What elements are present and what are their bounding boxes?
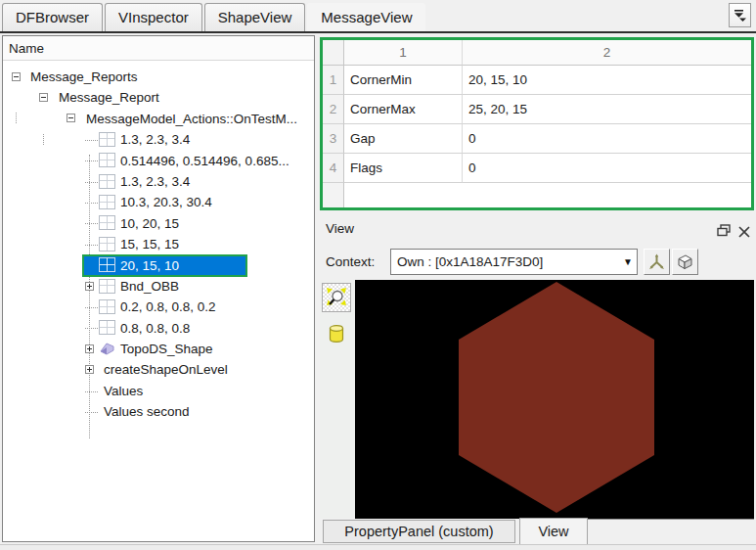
fit-all-button[interactable] — [322, 283, 351, 312]
tree-header-name[interactable]: Name — [3, 36, 314, 61]
message-tree-panel: Name Message_Reports Message_Report Mess… — [2, 35, 315, 542]
table-icon — [99, 174, 115, 189]
table-empty-gutter — [323, 183, 344, 207]
cylinder-icon — [328, 324, 345, 344]
tree-item-values-row[interactable]: 0.514496, 0.514496, 0.685... — [3, 151, 314, 171]
tree-item-bnd-obb[interactable]: Bnd_OBB — [3, 276, 314, 297]
row-header[interactable]: 4 — [323, 154, 344, 183]
tab-view[interactable]: View — [519, 518, 588, 545]
table-cell-value[interactable]: 25, 20, 15 — [463, 95, 751, 124]
shape-icon — [99, 342, 115, 362]
table-cell-name[interactable]: CornerMin — [344, 66, 463, 95]
main-tab-bar: DFBrowser VInspector ShapeView MessageVi… — [0, 0, 756, 33]
table-empty-area — [344, 183, 751, 207]
column-header-2[interactable]: 2 — [463, 40, 751, 66]
tab-propertypanel-custom[interactable]: PropertyPanel (custom) — [323, 520, 515, 543]
table-icon — [99, 237, 115, 252]
tree-item-messagemodel-actions[interactable]: MessageModel_Actions::OnTestM... — [3, 109, 314, 129]
context-combobox-value: Own : [0x1A18A17F3D0] — [397, 254, 543, 269]
tab-shapeview[interactable]: ShapeView — [204, 3, 306, 31]
tree-item-message-reports[interactable]: Message_Reports — [3, 67, 314, 87]
tree-item-selected[interactable]: 20, 15, 10 — [3, 255, 314, 276]
tree-item-message-report[interactable]: Message_Report — [3, 87, 314, 108]
tree-item-values-second[interactable]: Values second — [3, 401, 314, 422]
tree-item-values-row[interactable]: 0.2, 0.8, 0.8, 0.2 — [3, 297, 314, 317]
context-label: Context: — [326, 249, 375, 275]
tab-dfbrowser[interactable]: DFBrowser — [2, 3, 103, 31]
viewport-toolbar — [320, 280, 355, 519]
tab-vinspector[interactable]: VInspector — [105, 3, 202, 31]
box-shape-hexagon[interactable] — [459, 282, 654, 513]
chevron-down-icon[interactable]: ▼ — [623, 250, 633, 274]
collapse-expander-icon[interactable] — [12, 72, 21, 81]
tree-item-values-row[interactable]: 15, 15, 15 — [3, 234, 314, 254]
property-table: 1 2 1 CornerMin 20, 15, 10 2 CornerMax 2… — [320, 37, 754, 210]
viewport-scene — [355, 280, 754, 519]
trihedron-display-button[interactable] — [644, 249, 670, 275]
expand-expander-icon[interactable] — [85, 365, 94, 374]
status-bar — [0, 544, 756, 550]
tree-item-values-row[interactable]: 1.3, 2.3, 3.4 — [3, 171, 314, 192]
tree-item-values-row[interactable]: 0.8, 0.8, 0.8 — [3, 318, 314, 339]
table-icon — [99, 153, 115, 167]
table-icon — [99, 132, 115, 147]
fit-all-icon — [326, 287, 347, 308]
double-down-arrow-icon — [730, 4, 750, 26]
table-icon — [99, 215, 115, 230]
tree-item-values[interactable]: Values — [3, 381, 314, 401]
occt-3d-viewport[interactable] — [355, 280, 754, 519]
column-header-1[interactable]: 1 — [344, 40, 463, 66]
tree-item-topods-shape[interactable]: TopoDS_Shape — [3, 339, 314, 359]
float-panel-button[interactable] — [717, 223, 731, 241]
table-icon — [99, 299, 115, 314]
table-cell-value[interactable]: 0 — [463, 124, 751, 154]
row-header[interactable]: 1 — [323, 66, 344, 95]
tree-item-createshapeonlevel[interactable]: createShapeOnLevel — [3, 359, 314, 380]
table-icon — [99, 195, 115, 209]
table-icon — [99, 279, 115, 294]
tab-messageview[interactable]: MessageView — [307, 3, 425, 31]
collapse-expander-icon[interactable] — [39, 93, 48, 102]
table-cell-name[interactable]: CornerMax — [344, 95, 463, 124]
context-combobox[interactable]: Own : [0x1A18A17F3D0] ▼ — [390, 249, 638, 275]
view-panel-title: View — [326, 216, 354, 242]
table-corner-cell[interactable] — [323, 40, 344, 66]
float-window-icon — [717, 224, 731, 237]
row-header[interactable]: 3 — [323, 124, 344, 154]
shaded-mode-button[interactable] — [328, 324, 345, 344]
cube-icon — [676, 252, 694, 271]
tree-item-values-row[interactable]: 10.3, 20.3, 30.4 — [3, 192, 314, 212]
tree-body: Message_Reports Message_Report MessageMo… — [3, 61, 314, 423]
cube-display-button[interactable] — [672, 249, 698, 275]
messageview-window: DFBrowser VInspector ShapeView MessageVi… — [0, 0, 756, 550]
table-cell-name[interactable]: Gap — [344, 124, 463, 154]
close-panel-button[interactable] — [738, 224, 750, 242]
trihedron-axes-icon — [647, 252, 666, 271]
expand-expander-icon[interactable] — [85, 282, 94, 291]
table-icon — [99, 320, 115, 335]
table-cell-value[interactable]: 20, 15, 10 — [463, 66, 751, 95]
collapse-expander-icon[interactable] — [67, 114, 75, 122]
toolbar-extension-button[interactable] — [729, 3, 751, 27]
close-icon — [738, 226, 750, 238]
tree-item-values-row[interactable]: 1.3, 2.3, 3.4 — [3, 129, 314, 150]
table-cell-value[interactable]: 0 — [463, 154, 751, 183]
bottom-tab-baseline — [586, 519, 754, 520]
table-cell-name[interactable]: Flags — [344, 154, 463, 183]
row-header[interactable]: 2 — [323, 95, 344, 124]
expand-expander-icon[interactable] — [85, 344, 94, 353]
tree-item-values-row[interactable]: 10, 20, 15 — [3, 213, 314, 234]
